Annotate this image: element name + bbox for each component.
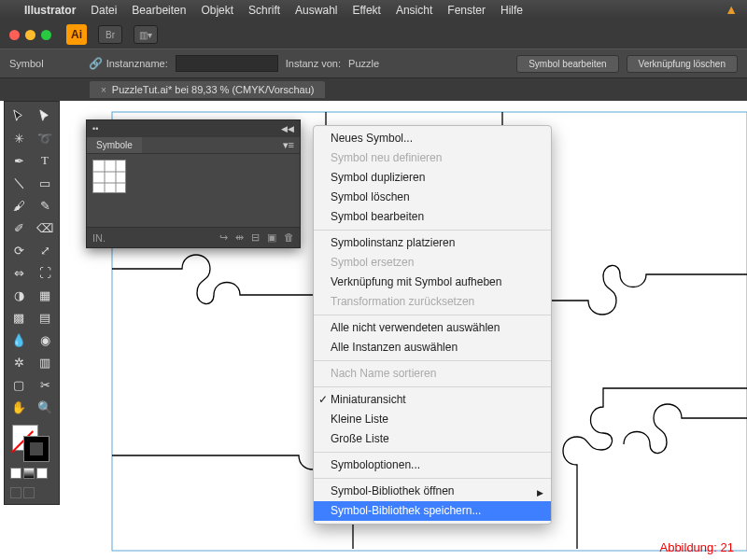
- symbols-panel: ••◀◀ Symbole ▾≡ IN. ↪ ⇹ ⊟ ▣ 🗑: [86, 119, 301, 248]
- menu-item: Symbol ersetzen: [314, 253, 551, 273]
- menu-separator: [314, 315, 551, 315]
- artboard-tool[interactable]: ▢: [7, 374, 31, 395]
- rotate-tool[interactable]: ⟳: [7, 240, 31, 260]
- symbol-options-icon[interactable]: ⊟: [251, 231, 260, 244]
- gradient-tool[interactable]: ▤: [33, 307, 57, 328]
- minimize-window-button[interactable]: [25, 30, 35, 40]
- menu-item[interactable]: Symbol bearbeiten: [314, 207, 551, 227]
- menu-item[interactable]: Symbol duplizieren: [314, 168, 551, 188]
- stroke-swatch[interactable]: [23, 436, 49, 462]
- menu-schrift[interactable]: Schrift: [248, 4, 280, 17]
- instance-of-value: Puzzle: [348, 58, 379, 69]
- place-instance-icon[interactable]: ↪: [219, 231, 228, 244]
- menu-item[interactable]: Kleine Liste: [314, 410, 551, 429]
- library-menu-icon[interactable]: IN.: [92, 232, 106, 244]
- menu-item[interactable]: Symbolinstanz platzieren: [314, 233, 551, 253]
- menu-separator: [314, 360, 551, 361]
- close-tab-icon[interactable]: ×: [101, 85, 106, 95]
- menu-hilfe[interactable]: Hilfe: [500, 4, 523, 17]
- app-titlebar: Ai Br ▥▾: [0, 21, 747, 49]
- menu-ansicht[interactable]: Ansicht: [396, 4, 432, 17]
- menu-item[interactable]: Symbol-Bibliothek öffnen: [314, 482, 551, 501]
- menu-auswahl[interactable]: Auswahl: [295, 4, 337, 17]
- menu-item[interactable]: Alle nicht verwendeten auswählen: [314, 318, 551, 338]
- color-mode-gradient[interactable]: [23, 468, 35, 479]
- arrange-docs-button[interactable]: ▥▾: [134, 25, 158, 44]
- panel-flyout-menu: Neues Symbol...Symbol neu definierenSymb…: [313, 125, 552, 525]
- close-window-button[interactable]: [9, 30, 20, 40]
- rectangle-tool[interactable]: ▭: [33, 173, 57, 193]
- instance-name-link-icon[interactable]: 🔗: [89, 57, 103, 70]
- free-transform-tool[interactable]: ⛶: [33, 262, 57, 283]
- unlink-button[interactable]: Verknüpfung löschen: [627, 55, 738, 73]
- control-bar: Symbol 🔗 Instanzname: Instanz von: Puzzl…: [0, 49, 747, 78]
- app-icon: Ai: [66, 24, 87, 45]
- hand-tool[interactable]: ✋: [7, 397, 31, 417]
- width-tool[interactable]: ⇔: [7, 262, 31, 283]
- menu-item[interactable]: Symbol löschen: [314, 188, 551, 207]
- mesh-tool[interactable]: ▩: [7, 307, 31, 328]
- direct-selection-tool[interactable]: [33, 105, 57, 126]
- menu-datei[interactable]: Datei: [91, 4, 117, 17]
- instance-name-input[interactable]: [176, 55, 278, 72]
- menu-objekt[interactable]: Objekt: [201, 4, 233, 17]
- panel-flyout-menu-icon[interactable]: ▾≡: [283, 139, 294, 151]
- slice-tool[interactable]: ✂: [33, 374, 57, 395]
- menu-illustrator[interactable]: Illustrator: [24, 4, 76, 17]
- menu-item: Transformation zurücksetzen: [314, 292, 551, 312]
- eraser-tool[interactable]: ⌫: [33, 217, 57, 238]
- document-tabbar: × PuzzleTut.ai* bei 89,33 % (CMYK/Vorsch…: [0, 78, 747, 101]
- notification-icon[interactable]: ▲: [725, 2, 738, 17]
- symbol-sprayer-tool[interactable]: ✲: [7, 352, 31, 372]
- screen-mode-normal[interactable]: [10, 487, 21, 498]
- delete-symbol-icon[interactable]: 🗑: [284, 231, 294, 244]
- menu-item[interactable]: Miniaturansicht: [314, 390, 551, 410]
- menu-fenster[interactable]: Fenster: [447, 4, 486, 17]
- lasso-tool[interactable]: ➰: [33, 128, 57, 148]
- zoom-tool[interactable]: 🔍: [33, 397, 57, 417]
- color-mode-none[interactable]: [36, 468, 48, 479]
- document-tab[interactable]: × PuzzleTut.ai* bei 89,33 % (CMYK/Vorsch…: [90, 81, 325, 98]
- scale-tool[interactable]: ⤢: [33, 240, 57, 260]
- pencil-tool[interactable]: ✎: [33, 195, 57, 216]
- fill-stroke-swatch[interactable]: [7, 423, 57, 464]
- break-link-icon[interactable]: ⇹: [235, 231, 244, 244]
- panel-header[interactable]: ••◀◀: [87, 120, 300, 137]
- magic-wand-tool[interactable]: ✳: [7, 128, 31, 148]
- menu-item[interactable]: Alle Instanzen auswählen: [314, 338, 551, 357]
- menu-item[interactable]: Symbol-Bibliothek speichern...: [314, 501, 551, 521]
- panel-tab-symbole[interactable]: Symbole: [87, 137, 142, 153]
- menu-item[interactable]: Verknüpfung mit Symbol aufheben: [314, 273, 551, 292]
- paintbrush-tool[interactable]: 🖌: [7, 195, 31, 216]
- blend-tool[interactable]: ◉: [33, 329, 57, 350]
- edit-symbol-button[interactable]: Symbol bearbeiten: [516, 55, 618, 73]
- perspective-tool[interactable]: ▦: [33, 285, 57, 305]
- menu-bearbeiten[interactable]: Bearbeiten: [132, 4, 186, 17]
- os-menubar: Illustrator Datei Bearbeiten Objekt Schr…: [0, 0, 747, 21]
- menu-item[interactable]: Symboloptionen...: [314, 455, 551, 475]
- symbol-thumbnail[interactable]: [92, 160, 126, 193]
- shape-builder-tool[interactable]: ◑: [7, 285, 31, 305]
- menu-effekt[interactable]: Effekt: [352, 4, 380, 17]
- new-symbol-icon[interactable]: ▣: [267, 231, 276, 244]
- menu-separator: [314, 452, 551, 453]
- menu-separator: [314, 230, 551, 231]
- blob-brush-tool[interactable]: ✐: [7, 217, 31, 238]
- color-mode-solid[interactable]: [10, 468, 21, 479]
- menu-item[interactable]: Neues Symbol...: [314, 129, 551, 148]
- eyedropper-tool[interactable]: 💧: [7, 329, 31, 350]
- bridge-button[interactable]: Br: [98, 25, 122, 44]
- menu-item: Symbol neu definieren: [314, 148, 551, 168]
- menu-separator: [314, 478, 551, 479]
- pen-tool[interactable]: ✒: [7, 150, 31, 171]
- menu-item[interactable]: Große Liste: [314, 429, 551, 449]
- menu-separator: [314, 386, 551, 387]
- line-tool[interactable]: ＼: [7, 173, 31, 193]
- type-tool[interactable]: T: [33, 150, 57, 171]
- screen-mode-full[interactable]: [23, 487, 35, 498]
- panel-body[interactable]: [87, 154, 300, 227]
- selection-tool[interactable]: [7, 105, 31, 126]
- menu-item: Nach Name sortieren: [314, 364, 551, 384]
- column-graph-tool[interactable]: ▥: [33, 352, 57, 372]
- zoom-window-button[interactable]: [41, 30, 51, 40]
